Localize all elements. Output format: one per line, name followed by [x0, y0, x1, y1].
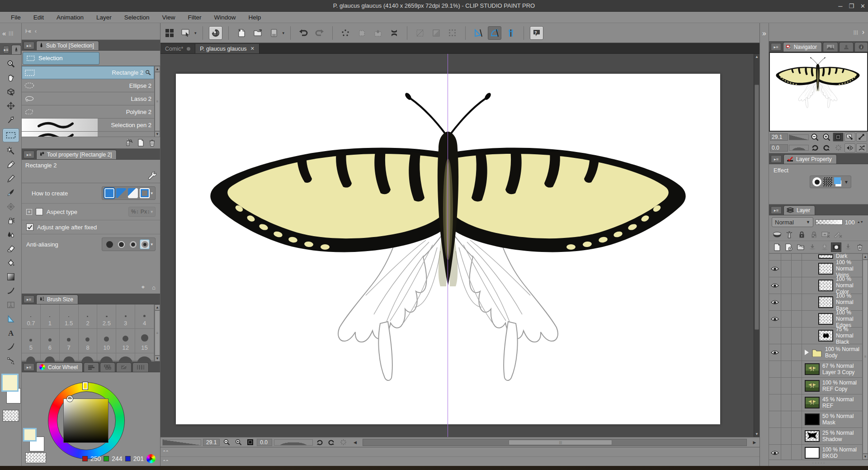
saturation-value-box[interactable]	[63, 399, 108, 443]
brush-size-2[interactable]: 2	[79, 304, 98, 329]
layer-row-bkgd[interactable]: 100 % NormalBKGD	[769, 445, 862, 460]
color-mode-toggle-icon[interactable]	[146, 454, 156, 463]
anti-aliasing-dropdown[interactable]: ▾	[151, 242, 153, 247]
blend-tool[interactable]	[3, 229, 19, 240]
menu-animation[interactable]: Animation	[51, 13, 89, 22]
new-layer-folder-icon[interactable]	[795, 242, 806, 252]
enable-mask-icon[interactable]	[821, 230, 831, 240]
layer-panel-tab[interactable]: Layer	[783, 205, 815, 215]
operate-line-tool[interactable]	[3, 356, 19, 366]
opacity-slider[interactable]	[816, 219, 843, 225]
eraser-tool[interactable]	[3, 243, 19, 254]
hscroll-right-arrow[interactable]: ▶	[750, 438, 760, 446]
tool-property-menu-icon[interactable]: ▸≡	[24, 151, 34, 158]
lock-transparent-pixels-icon[interactable]	[808, 230, 819, 240]
tone-effect-icon[interactable]	[823, 177, 832, 186]
create-layer-mask-icon[interactable]	[831, 242, 841, 252]
pen-tool[interactable]	[3, 159, 19, 170]
copy-subtool-icon[interactable]	[126, 139, 133, 147]
menu-filter[interactable]: Filter	[182, 13, 207, 22]
dock-collapse-icon-2[interactable]: ‹	[35, 28, 37, 34]
brush-size-6[interactable]: 6	[41, 329, 60, 353]
display-settings-icon[interactable]	[179, 26, 193, 40]
nav-rotate-left-icon[interactable]	[810, 143, 821, 152]
figure-tool[interactable]	[3, 285, 19, 296]
save-dropdown[interactable]: ▾	[283, 31, 285, 35]
delete-subtool-icon[interactable]	[149, 139, 156, 147]
apply-mask-icon[interactable]	[843, 242, 853, 252]
symmetry-guide-line[interactable]	[448, 54, 448, 437]
ruler-tool[interactable]	[3, 313, 19, 324]
minimize-button[interactable]: ─	[838, 3, 842, 9]
visibility-cell[interactable]	[769, 361, 781, 377]
trim-canvas-icon[interactable]	[413, 26, 427, 40]
layer-row-black[interactable]: 75 % NormalBlack	[769, 328, 862, 344]
visibility-cell[interactable]	[769, 394, 781, 411]
navigator-rotate-slider[interactable]	[789, 145, 809, 151]
tab-p-glaucus[interactable]: P. glaucus glaucus ✕	[195, 44, 259, 53]
information-tab[interactable]: i	[854, 42, 868, 52]
brush-size-scrollbar[interactable]: ▲≡▼	[154, 304, 160, 361]
rotate-right-icon[interactable]	[326, 438, 336, 446]
gradient-tool[interactable]	[3, 271, 19, 282]
zoom-in-icon[interactable]	[233, 438, 243, 446]
draft-layer-icon[interactable]	[833, 230, 844, 240]
layer-row-shadow[interactable]: 25 % NormalShadow	[769, 428, 862, 445]
aa-strong-icon[interactable]	[140, 239, 150, 249]
decoration-tool[interactable]	[3, 215, 19, 226]
brush-size-tab[interactable]: Brush Size	[36, 294, 78, 304]
canvas-vertical-scrollbar[interactable]: ▲ ▼	[754, 54, 760, 437]
dock-collapse-icon[interactable]: ⊦«	[25, 28, 31, 34]
visibility-cell[interactable]	[769, 411, 781, 427]
create-new-selection-icon[interactable]	[104, 188, 114, 198]
layer-row-body[interactable]: 100 % NormalBody	[769, 344, 862, 361]
subtool-panel-menu-icon[interactable]: ▸≡	[24, 42, 34, 49]
fill-tool[interactable]	[3, 257, 19, 268]
layer-panel-resize-handle[interactable]: · · · · ·	[769, 460, 868, 466]
expand-timeline-icon-2[interactable]: ⌃⌃	[162, 459, 168, 464]
navigator-thumbnail[interactable]	[769, 52, 868, 132]
brush-size-10[interactable]: 10	[97, 329, 116, 353]
clip-studio-button[interactable]	[209, 26, 222, 40]
display-settings-dropdown[interactable]: ▾	[194, 31, 197, 35]
color-wheel-menu-icon[interactable]: ▸≡	[24, 363, 34, 371]
subview-tab[interactable]	[823, 42, 838, 52]
layer-color-effect-icon[interactable]	[834, 177, 843, 186]
zoom-value[interactable]: 29.1	[203, 439, 220, 446]
visibility-cell[interactable]	[769, 261, 781, 277]
snap-to-grid-icon[interactable]	[504, 26, 518, 40]
brush-tool[interactable]	[3, 187, 19, 198]
menu-view[interactable]: View	[156, 13, 180, 22]
correct-line-tool[interactable]	[3, 342, 19, 352]
brush-size-0.7[interactable]: 0.7	[22, 304, 41, 329]
blend-mode-dropdown[interactable]: Normal ▼	[772, 217, 813, 227]
aa-medium-icon[interactable]	[128, 239, 138, 249]
airbrush-tool[interactable]	[3, 201, 19, 212]
move-layer-tool[interactable]	[3, 100, 19, 111]
reset-tool-icon[interactable]: ⌖	[142, 284, 145, 291]
aa-none-icon[interactable]	[104, 239, 114, 249]
sv-cursor[interactable]	[67, 396, 73, 402]
register-settings-icon[interactable]: ⌂	[152, 284, 156, 291]
color-set-tab[interactable]	[100, 362, 115, 372]
nav-zoom-out-icon[interactable]	[810, 133, 821, 142]
new-file-icon[interactable]	[235, 26, 248, 40]
color-wheel-tab[interactable]: Color Wheel	[36, 362, 83, 372]
subtool-item-partial[interactable]	[22, 132, 154, 137]
toolbar-tab[interactable]	[11, 45, 21, 54]
deselect-icon[interactable]	[339, 26, 352, 40]
visibility-cell[interactable]	[769, 277, 781, 294]
tab-comic[interactable]: Comic*	[160, 44, 195, 53]
nav-zoom-in-icon[interactable]	[821, 133, 832, 142]
rotate-value[interactable]: 0.0	[257, 439, 272, 446]
subtool-item-lasso[interactable]: Lasso 2	[22, 92, 154, 105]
navigator-zoom-slider[interactable]	[789, 134, 809, 140]
edit-subtool-icon[interactable]	[145, 70, 151, 76]
brush-size-4[interactable]: 4	[135, 304, 154, 329]
brush-size-15[interactable]: 15	[135, 329, 154, 353]
undo-icon[interactable]	[297, 26, 310, 40]
item-bank-tab[interactable]	[839, 42, 854, 52]
canvas-horizontal-scrollbar[interactable]: |||	[363, 439, 747, 446]
aspect-type-checkbox[interactable]	[36, 208, 43, 215]
adjust-angle-checkbox[interactable]	[26, 223, 33, 231]
